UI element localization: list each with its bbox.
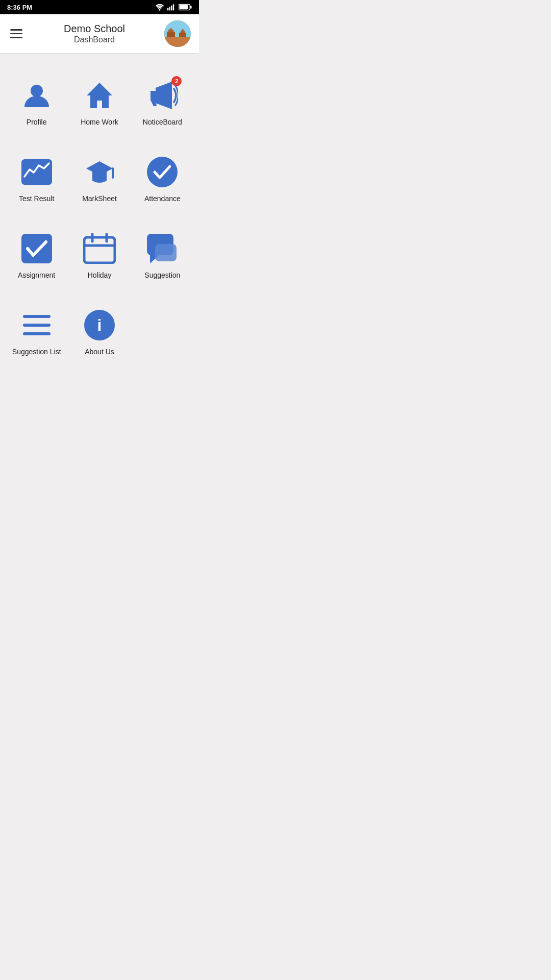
testresult-icon-wrap: [19, 155, 54, 189]
avatar-svg: [164, 20, 191, 47]
noticeboard-label: NoticeBoard: [143, 118, 182, 126]
grid-item-profile[interactable]: Profile: [5, 64, 68, 140]
signal-icon: [167, 4, 176, 11]
chart-icon: [20, 157, 53, 187]
svg-rect-1: [167, 8, 168, 11]
grid-item-holiday[interactable]: Holiday: [68, 217, 131, 293]
noticeboard-badge: 2: [171, 76, 182, 86]
profile-label: Profile: [27, 118, 47, 126]
svg-rect-14: [179, 33, 186, 37]
home-icon: [84, 80, 115, 111]
assignment-icon-wrap: [19, 231, 54, 266]
wifi-icon: [155, 4, 164, 11]
suggestion-label: Suggestion: [144, 271, 180, 279]
grid-item-homework[interactable]: Home Work: [68, 64, 131, 140]
marksheet-label: MarkSheet: [82, 194, 117, 203]
svg-rect-2: [169, 7, 170, 10]
calendar-icon: [83, 233, 116, 264]
svg-rect-29: [155, 244, 177, 261]
menu-button[interactable]: [8, 27, 24, 40]
status-bar: 8:36 PM: [0, 0, 199, 14]
grid-item-suggestion[interactable]: Suggestion: [131, 217, 194, 293]
svg-rect-23: [84, 237, 115, 263]
assignment-label: Assignment: [18, 271, 55, 279]
aboutus-icon-wrap: i: [82, 308, 117, 342]
menu-line-2: [10, 33, 22, 35]
svg-point-16: [31, 85, 43, 97]
battery-icon: [179, 4, 192, 11]
page-name: DashBoard: [32, 35, 157, 45]
svg-rect-3: [171, 6, 172, 11]
avatar[interactable]: [164, 20, 191, 47]
svg-rect-6: [190, 6, 192, 9]
homework-label: Home Work: [81, 118, 118, 126]
grid-item-assignment[interactable]: Assignment: [5, 217, 68, 293]
grid-item-suggestionlist[interactable]: Suggestion List: [5, 293, 68, 370]
svg-rect-18: [21, 159, 52, 185]
holiday-icon-wrap: [82, 231, 117, 266]
dashboard-grid: Profile Home Work 2 NoticeBoard: [0, 54, 199, 380]
menu-line-3: [10, 37, 22, 38]
grid-item-testresult[interactable]: Test Result: [5, 140, 68, 217]
svg-rect-7: [179, 5, 188, 9]
suggestionlist-label: Suggestion List: [12, 348, 61, 356]
attendance-icon-wrap: [145, 155, 180, 189]
checkbox-icon: [20, 233, 53, 264]
chat-icon: [146, 233, 179, 264]
svg-marker-17: [87, 83, 112, 108]
attendance-label: Attendance: [144, 194, 181, 203]
grid-item-marksheet[interactable]: MarkSheet: [68, 140, 131, 217]
menu-line-1: [10, 29, 22, 31]
suggestionlist-icon-wrap: [19, 308, 54, 342]
profile-icon-wrap: [19, 78, 54, 113]
header-title: Demo School DashBoard: [32, 22, 157, 45]
list-icon: [20, 310, 53, 340]
noticeboard-icon-wrap: 2: [145, 78, 180, 113]
svg-text:i: i: [97, 316, 102, 334]
grid-item-noticeboard[interactable]: 2 NoticeBoard: [131, 64, 194, 140]
svg-rect-11: [167, 32, 175, 37]
svg-point-0: [159, 9, 161, 11]
school-name: Demo School: [32, 22, 157, 35]
profile-icon: [22, 81, 52, 110]
holiday-label: Holiday: [88, 271, 112, 279]
info-circle-icon: i: [84, 309, 115, 341]
homework-icon-wrap: [82, 78, 117, 113]
checkmark-circle-icon: [146, 156, 178, 188]
grid-item-aboutus[interactable]: i About Us: [68, 293, 131, 370]
status-icons: [155, 4, 192, 11]
svg-point-21: [147, 157, 178, 187]
time: 8:36 PM: [7, 4, 32, 11]
header: Demo School DashBoard: [0, 14, 199, 54]
svg-rect-9: [164, 37, 191, 47]
grid-item-attendance[interactable]: Attendance: [131, 140, 194, 217]
marksheet-icon-wrap: [82, 155, 117, 189]
testresult-label: Test Result: [19, 194, 54, 203]
aboutus-label: About Us: [85, 348, 114, 356]
suggestion-icon-wrap: [145, 231, 180, 266]
svg-rect-4: [173, 4, 174, 10]
avatar-image: [164, 20, 191, 47]
graduation-icon: [83, 157, 116, 187]
